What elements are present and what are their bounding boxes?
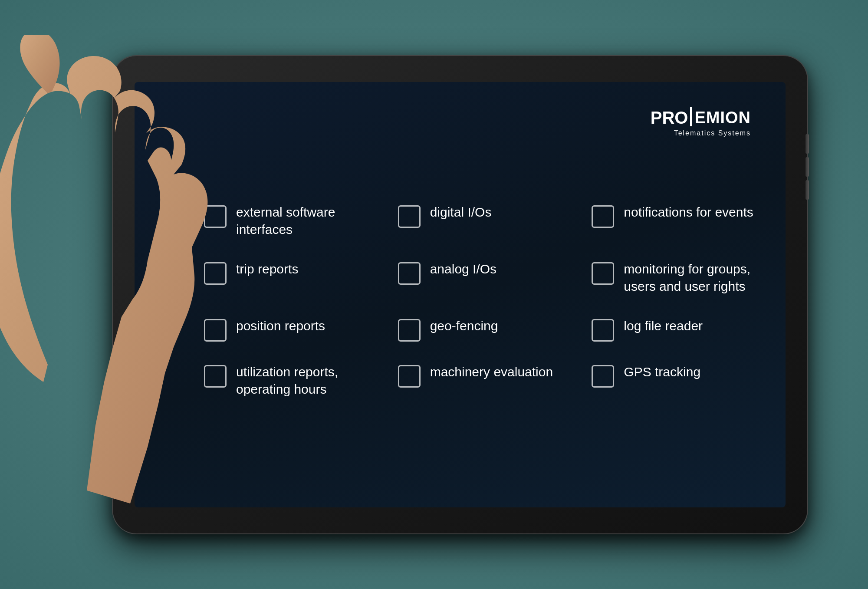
checkbox-digital-ios[interactable] (398, 205, 421, 228)
checkbox-gps[interactable] (592, 365, 614, 388)
checklist-item-gps[interactable]: GPS tracking (592, 363, 760, 398)
label-geo-fencing: geo-fencing (430, 317, 498, 335)
checkbox-analog-ios[interactable] (398, 262, 421, 285)
label-analog-ios: analog I/Os (430, 260, 496, 278)
label-utilization: utilization reports, operating hours (236, 363, 372, 398)
checklist-item-external-software[interactable]: external software interfaces (204, 204, 372, 239)
tablet-screen: PRO EMION Telematics Systems external so… (135, 82, 786, 507)
checkbox-notifications[interactable] (592, 205, 614, 228)
logo-area: PRO EMION Telematics Systems (651, 108, 751, 137)
checklist-grid: external software interfaces digital I/O… (204, 204, 760, 398)
checkbox-log-file[interactable] (592, 319, 614, 342)
volume-button-down (806, 180, 809, 200)
checklist-item-log-file[interactable]: log file reader (592, 317, 760, 342)
checkbox-geo-fencing[interactable] (398, 319, 421, 342)
checklist-item-monitoring[interactable]: monitoring for groups, users and user ri… (592, 260, 760, 296)
label-position-reports: position reports (236, 317, 325, 335)
logo-divider (690, 107, 692, 126)
checklist-item-notifications[interactable]: notifications for events (592, 204, 760, 239)
label-external-software: external software interfaces (236, 204, 372, 239)
power-button (806, 134, 809, 154)
logo-text-emion: EMION (694, 109, 751, 127)
tablet-side-buttons (806, 134, 809, 200)
label-log-file: log file reader (624, 317, 703, 335)
checklist-item-position-reports[interactable]: position reports (204, 317, 372, 342)
checklist-item-utilization[interactable]: utilization reports, operating hours (204, 363, 372, 398)
checklist-item-analog-ios[interactable]: analog I/Os (398, 260, 566, 296)
label-notifications: notifications for events (624, 204, 753, 221)
checkbox-machinery[interactable] (398, 365, 421, 388)
label-machinery: machinery evaluation (430, 363, 553, 381)
logo-text-pro: PRO (651, 108, 688, 128)
brand-logo: PRO EMION (651, 108, 751, 128)
label-digital-ios: digital I/Os (430, 204, 492, 221)
volume-button-up (806, 157, 809, 177)
hand-svg (0, 35, 226, 556)
label-monitoring: monitoring for groups, users and user ri… (624, 260, 760, 296)
checkbox-monitoring[interactable] (592, 262, 614, 285)
checklist-item-digital-ios[interactable]: digital I/Os (398, 204, 566, 239)
checklist-item-machinery[interactable]: machinery evaluation (398, 363, 566, 398)
checklist-item-geo-fencing[interactable]: geo-fencing (398, 317, 566, 342)
checklist-item-trip-reports[interactable]: trip reports (204, 260, 372, 296)
hand-decoration (0, 0, 217, 589)
label-trip-reports: trip reports (236, 260, 298, 278)
label-gps: GPS tracking (624, 363, 700, 381)
logo-subtitle: Telematics Systems (651, 129, 751, 137)
